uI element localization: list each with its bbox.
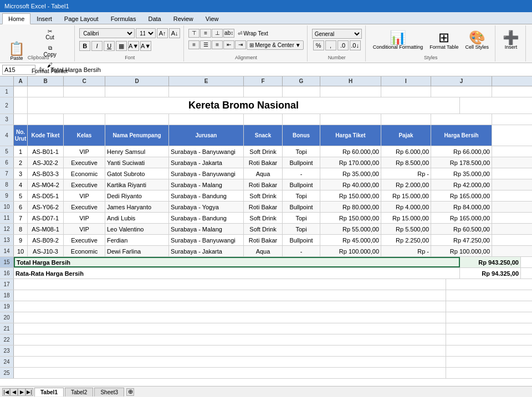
cell-jurusan-12[interactable]: Surabaya - Malang [169, 224, 244, 234]
cell-jurusan-6[interactable]: Surabaya - Jakarta [169, 157, 244, 168]
cell-kode-5[interactable]: AS-B01-1 [28, 146, 64, 157]
cell-i1[interactable] [381, 86, 431, 97]
cell-no-5[interactable]: 1 [14, 146, 28, 157]
cell-pajak-11[interactable]: Rp 15.000,00 [381, 213, 431, 223]
cut-button[interactable]: ✂ Cut [29, 27, 71, 42]
col-header-j[interactable]: J [431, 76, 492, 86]
cell-j1[interactable] [431, 86, 492, 97]
cell-kode-13[interactable]: AS-B09-2 [28, 235, 64, 245]
header-snack[interactable]: Snack [244, 125, 283, 146]
comma-btn[interactable]: , [325, 40, 336, 50]
sheet-tab-tabel2[interactable]: Tabel2 [65, 388, 93, 396]
cell-a3[interactable] [14, 114, 28, 125]
header-bonus[interactable]: Bonus [283, 125, 320, 146]
cell-empty-19[interactable] [14, 301, 446, 312]
cell-snack-10[interactable]: Roti Bakar [244, 202, 283, 212]
number-format-select[interactable]: General [312, 29, 362, 39]
cell-bonus-10[interactable]: Bullpoint [283, 202, 320, 212]
cell-bonus-6[interactable]: Bullpoint [283, 157, 320, 168]
cell-kode-14[interactable]: AS-J10-3 [28, 246, 64, 256]
cell-kode-8[interactable]: AS-M04-2 [28, 179, 64, 190]
cell-a1[interactable] [14, 86, 28, 97]
cell-kelas-7[interactable]: Economic [64, 168, 105, 179]
cell-kelas-5[interactable]: VIP [64, 146, 105, 157]
merge-dropdown-icon[interactable]: ▼ [295, 42, 301, 48]
cell-harga-9[interactable]: Rp 150.000,00 [320, 190, 381, 201]
cell-pajak-8[interactable]: Rp 2.000,00 [381, 179, 431, 190]
header-bersih[interactable]: Harga Bersih [431, 125, 492, 146]
cell-kelas-8[interactable]: Executive [64, 179, 105, 190]
cell-bonus-12[interactable]: Topi [283, 224, 320, 234]
cell-pajak-9[interactable]: Rp 15.000,00 [381, 190, 431, 201]
cell-empty-22[interactable] [14, 334, 446, 345]
cell-no-12[interactable]: 8 [14, 224, 28, 234]
cell-bersih-7[interactable]: Rp 35.000,00 [431, 168, 492, 179]
sheet-add-button[interactable]: ⊕ [126, 388, 134, 396]
cell-bersih-5[interactable]: Rp 66.000,00 [431, 146, 492, 157]
increase-font-btn[interactable]: A↑ [157, 28, 168, 38]
cell-kelas-10[interactable]: Executive [64, 202, 105, 212]
cell-pajak-12[interactable]: Rp 5.500,00 [381, 224, 431, 234]
cell-kode-7[interactable]: AS-B03-3 [28, 168, 64, 179]
align-center-btn[interactable]: ☰ [200, 40, 211, 49]
header-nama[interactable]: Nama Penumpang [105, 125, 169, 146]
cell-kode-10[interactable]: AS-Y06-2 [28, 202, 64, 212]
cell-pajak-10[interactable]: Rp 4.000,00 [381, 202, 431, 212]
cell-kelas-13[interactable]: Executive [64, 235, 105, 245]
cell-nama-5[interactable]: Henry Samsul [105, 146, 169, 157]
spreadsheet-title[interactable]: Kereta Bromo Nasional [28, 97, 460, 114]
cell-nama-11[interactable]: Andi Lubis [105, 213, 169, 223]
cell-jurusan-14[interactable]: Surabaya - Jakarta [169, 246, 244, 256]
cell-nama-10[interactable]: James Haryanto [105, 202, 169, 212]
tab-page-layout[interactable]: Page Layout [58, 13, 105, 24]
align-left-btn[interactable]: ≡ [188, 40, 200, 49]
conditional-formatting-button[interactable]: 📊 Conditional Formatting [370, 27, 426, 54]
cell-bonus-13[interactable]: Bullpoint [283, 235, 320, 245]
border-button[interactable]: ▦ [116, 41, 127, 51]
cell-empty-23[interactable] [14, 346, 446, 356]
percent-btn[interactable]: % [313, 40, 324, 50]
sheet-nav-first[interactable]: |◀ [2, 388, 10, 396]
cell-kode-11[interactable]: AS-D07-1 [28, 213, 64, 223]
format-table-button[interactable]: ⊞ Format Table [427, 27, 461, 54]
cell-empty-24[interactable] [14, 357, 446, 367]
cell-h1[interactable] [320, 86, 381, 97]
cell-bersih-8[interactable]: Rp 42.000,00 [431, 179, 492, 190]
cell-kelas-6[interactable]: Executive [64, 157, 105, 168]
cell-c3[interactable] [64, 114, 105, 125]
header-jurusan[interactable]: Jurusan [169, 125, 244, 146]
cell-bersih-10[interactable]: Rp 84.000,00 [431, 202, 492, 212]
cell-no-11[interactable]: 7 [14, 213, 28, 223]
cell-jurusan-10[interactable]: Surabaya - Yogya [169, 202, 244, 212]
bold-button[interactable]: B [79, 41, 90, 51]
col-header-h[interactable]: H [320, 76, 381, 86]
tab-data[interactable]: Data [142, 13, 167, 24]
formula-input[interactable] [48, 65, 530, 75]
header-kode[interactable]: Kode Tiket [28, 125, 64, 146]
cell-styles-button[interactable]: 🎨 Cell Styles [463, 27, 492, 54]
cell-empty-20[interactable] [14, 312, 446, 323]
sheet-tab-tabel1[interactable]: Tabel1 [34, 388, 64, 396]
cell-b3[interactable] [28, 114, 64, 125]
avg-label[interactable]: Rata-Rata Harga Bersih [14, 268, 460, 279]
cell-bonus-9[interactable]: Topi [283, 190, 320, 201]
cell-pajak-13[interactable]: Rp 2.250,00 [381, 235, 431, 245]
decrease-decimal-btn[interactable]: .0↓ [350, 40, 361, 50]
cell-bonus-8[interactable]: Bullpoint [283, 179, 320, 190]
cell-jurusan-13[interactable]: Surabaya - Banyuwangi [169, 235, 244, 245]
align-bottom-btn[interactable]: ⊥ [212, 29, 223, 38]
cell-a2[interactable] [14, 97, 28, 114]
cell-harga-12[interactable]: Rp 55.000,00 [320, 224, 381, 234]
col-header-d[interactable]: D [105, 76, 169, 86]
cell-bonus-5[interactable]: Topi [283, 146, 320, 157]
font-color-button[interactable]: A▼ [140, 41, 151, 51]
italic-button[interactable]: I [91, 41, 103, 51]
cell-harga-13[interactable]: Rp 45.000,00 [320, 235, 381, 245]
cell-pajak-6[interactable]: Rp 8.500,00 [381, 157, 431, 168]
cell-bonus-7[interactable]: - [283, 168, 320, 179]
cell-nama-6[interactable]: Yanti Suciwati [105, 157, 169, 168]
text-orient-btn[interactable]: ab↕ [223, 29, 234, 38]
cell-kode-12[interactable]: AS-M08-1 [28, 224, 64, 234]
cell-i3[interactable] [381, 114, 431, 125]
cell-jurusan-5[interactable]: Surabaya - Banyuwangi [169, 146, 244, 157]
